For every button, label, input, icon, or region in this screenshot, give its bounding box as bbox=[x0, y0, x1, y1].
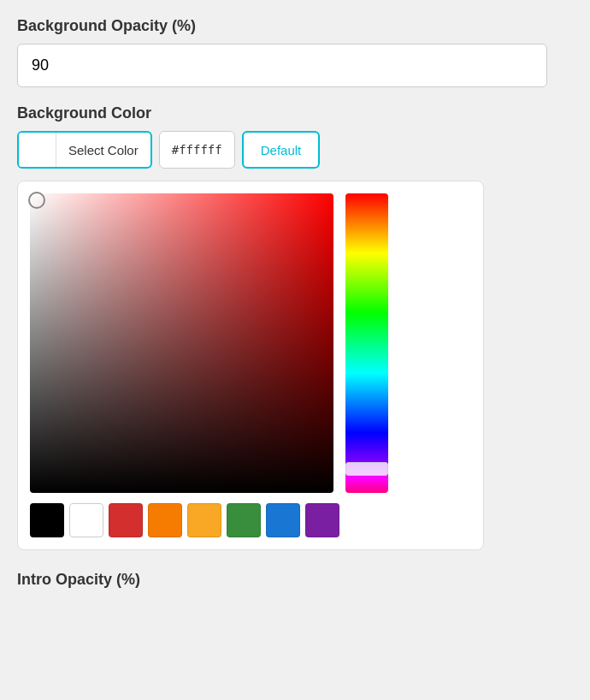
preset-blue[interactable] bbox=[266, 503, 300, 537]
preset-purple[interactable] bbox=[305, 503, 339, 537]
gradient-cursor[interactable] bbox=[28, 192, 45, 209]
preset-red[interactable] bbox=[109, 503, 143, 537]
color-picker-panel bbox=[17, 181, 484, 550]
preset-black[interactable] bbox=[30, 503, 64, 537]
preset-orange[interactable] bbox=[148, 503, 182, 537]
hue-slider[interactable] bbox=[345, 193, 388, 493]
preset-green[interactable] bbox=[227, 503, 261, 537]
background-opacity-label: Background Opacity (%) bbox=[17, 17, 573, 35]
background-opacity-input[interactable] bbox=[17, 44, 547, 87]
intro-opacity-label: Intro Opacity (%) bbox=[17, 571, 573, 589]
preset-colors-row bbox=[30, 503, 471, 537]
color-gradient-area[interactable] bbox=[30, 193, 333, 493]
default-button[interactable]: Default bbox=[242, 131, 321, 169]
preset-yellow[interactable] bbox=[187, 503, 221, 537]
hex-value-display: #ffffff bbox=[159, 131, 235, 169]
hue-slider-thumb[interactable] bbox=[345, 462, 388, 476]
preset-white[interactable] bbox=[69, 503, 103, 537]
select-color-text: Select Color bbox=[56, 143, 150, 157]
color-swatch-preview bbox=[19, 131, 56, 169]
background-color-label: Background Color bbox=[17, 104, 573, 122]
select-color-button[interactable]: Select Color bbox=[17, 131, 152, 169]
